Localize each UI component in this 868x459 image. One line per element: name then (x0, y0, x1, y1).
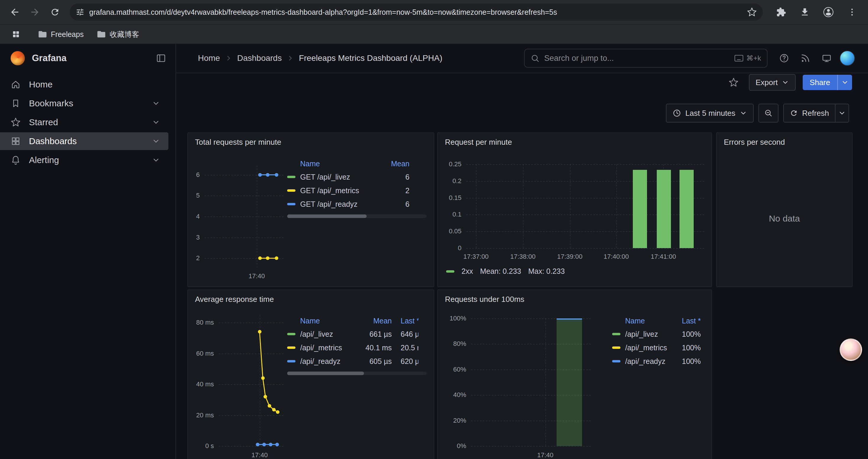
scrollbar-thumb[interactable] (287, 215, 367, 218)
chevron-right-icon (286, 54, 294, 62)
downloads-button[interactable] (796, 3, 814, 21)
refresh-interval-caret[interactable] (835, 104, 848, 122)
legend-table: Name Last * /api/_livez 100% /api/_metri… (612, 314, 701, 368)
x-tick-label: 17:37:00 (463, 253, 489, 261)
export-button[interactable]: Export (749, 74, 795, 91)
legend-row[interactable]: GET /api/_readyz 6 (287, 197, 409, 211)
bookmark-star-icon[interactable] (747, 7, 757, 17)
profile-button[interactable] (819, 3, 837, 21)
chevron-down-icon[interactable] (152, 118, 160, 126)
series-swatch (287, 347, 296, 349)
browser-toolbar: grafana.mathmast.com/d/deytv4rwavabkb/fr… (0, 0, 868, 24)
legend-row[interactable]: /api/_readyz 100% (612, 355, 701, 368)
y-tick-label: 0 s (205, 442, 214, 450)
legend-header-name[interactable]: Name (300, 317, 354, 325)
legend-row[interactable]: /api/_metrics 40.1 ms 20.5 ms (287, 341, 418, 355)
share-menu-caret[interactable] (837, 75, 852, 90)
kiosk-mode-button[interactable] (818, 50, 835, 66)
grafana-logo[interactable] (11, 51, 25, 65)
search-placeholder: Search or jump to... (544, 54, 735, 63)
legend-row[interactable]: /api/_metrics 100% (612, 341, 701, 355)
gridline (570, 164, 570, 248)
y-tick-label: 100% (450, 315, 466, 322)
y-tick-label: 80 ms (196, 319, 214, 326)
refresh-button[interactable]: Refresh (783, 104, 849, 123)
sidebar-item-home[interactable]: Home (0, 76, 168, 93)
share-button[interactable]: Share (803, 75, 852, 90)
legend-max: Max: 0.233 (528, 267, 565, 275)
legend-header-name[interactable]: Name (300, 160, 381, 168)
address-bar[interactable]: grafana.mathmast.com/d/deytv4rwavabkb/fr… (70, 4, 763, 21)
y-tick-label: 60 ms (196, 350, 214, 357)
panel-total-requests: Total requests per minute 65432 17:40 Na… (187, 132, 434, 287)
legend-row[interactable]: /api/_readyz 605 µs 620 µs (287, 355, 418, 368)
panel-under-100ms: Requests under 100ms 100%80%60%40%20%0% … (437, 290, 712, 459)
legend-header-mean[interactable]: Mean (381, 160, 409, 168)
x-tick-label: 17:40 (248, 272, 265, 280)
panel-title[interactable]: Requests under 100ms (445, 295, 524, 304)
panel-title[interactable]: Total requests per minute (195, 138, 281, 147)
clock-icon (673, 109, 681, 118)
x-axis: 17:40 (219, 450, 284, 458)
panel-request-per-minute: Request per minute 0.250.20.150.10.050 1… (437, 132, 712, 287)
y-tick-label: 80% (453, 340, 466, 348)
x-tick-label: 17:39:00 (557, 253, 583, 261)
zoom-out-button[interactable] (758, 104, 778, 123)
breadcrumb-home[interactable]: Home (198, 54, 220, 63)
user-avatar[interactable] (840, 51, 855, 66)
browser-forward-button[interactable] (26, 3, 44, 21)
panel-title[interactable]: Request per minute (445, 138, 512, 147)
legend-row[interactable]: GET /api/_livez 6 (287, 170, 409, 184)
chevron-down-icon[interactable] (152, 137, 160, 145)
legend-header-last[interactable]: Last * (401, 317, 418, 325)
search-input[interactable]: Search or jump to... ⌘+k (524, 49, 768, 68)
browser-reload-button[interactable] (46, 3, 64, 21)
apps-grid-button[interactable] (8, 27, 24, 42)
extensions-button[interactable] (772, 3, 790, 21)
scrollbar-thumb[interactable] (287, 371, 364, 375)
panel-title[interactable]: Average response time (195, 295, 274, 304)
chart-plot (219, 315, 284, 446)
legend-row[interactable]: /api/_livez 100% (612, 327, 701, 341)
chevron-down-icon[interactable] (152, 99, 160, 107)
legend-header-mean[interactable]: Mean (354, 317, 392, 325)
help-button[interactable] (776, 50, 793, 66)
panel-title[interactable]: Errors per second (724, 138, 785, 147)
rss-icon (800, 53, 810, 63)
data-point (266, 173, 270, 177)
sidebar-item-alerting[interactable]: Alerting (0, 151, 168, 169)
legend-scrollbar[interactable] (287, 371, 427, 375)
data-point (272, 408, 276, 412)
legend-series-name[interactable]: 2xx (462, 267, 473, 275)
browser-back-button[interactable] (6, 3, 24, 21)
sidebar-item-bookmarks[interactable]: Bookmarks (0, 95, 168, 112)
sidebar-item-starred[interactable]: Starred (0, 113, 168, 131)
bookmark-folder-blogs[interactable]: 收藏博客 (97, 30, 139, 39)
help-icon (779, 53, 789, 63)
bookmark-folder-freeleaps[interactable]: Freeleaps (38, 30, 84, 39)
time-range-picker[interactable]: Last 5 minutes (666, 104, 754, 123)
assistant-avatar[interactable] (840, 338, 862, 361)
legend-header-name[interactable]: Name (625, 317, 671, 325)
chevron-down-icon[interactable] (152, 156, 160, 164)
arrow-right-icon (30, 7, 40, 18)
y-tick-label: 2 (196, 254, 200, 262)
y-tick-label: 5 (196, 192, 200, 199)
chevron-right-icon (225, 54, 232, 62)
sidebar-item-dashboards[interactable]: Dashboards (0, 132, 168, 150)
legend-row[interactable]: GET /api/_metrics 2 (287, 184, 409, 197)
x-axis: 17:40 (471, 450, 591, 458)
legend-row[interactable]: /api/_livez 661 µs 646 µs (287, 327, 418, 341)
legend-header-last[interactable]: Last * (671, 317, 701, 325)
folder-icon (38, 30, 47, 39)
browser-menu-button[interactable] (843, 3, 861, 21)
arrow-left-icon (9, 7, 20, 18)
gridline (523, 164, 524, 248)
person-icon (823, 6, 834, 18)
breadcrumb-dashboards[interactable]: Dashboards (237, 54, 282, 63)
news-button[interactable] (797, 50, 814, 66)
star-dashboard-button[interactable] (725, 74, 742, 91)
legend-scrollbar[interactable] (287, 215, 427, 218)
series-swatch (287, 333, 296, 335)
dock-sidebar-button[interactable] (156, 53, 166, 63)
